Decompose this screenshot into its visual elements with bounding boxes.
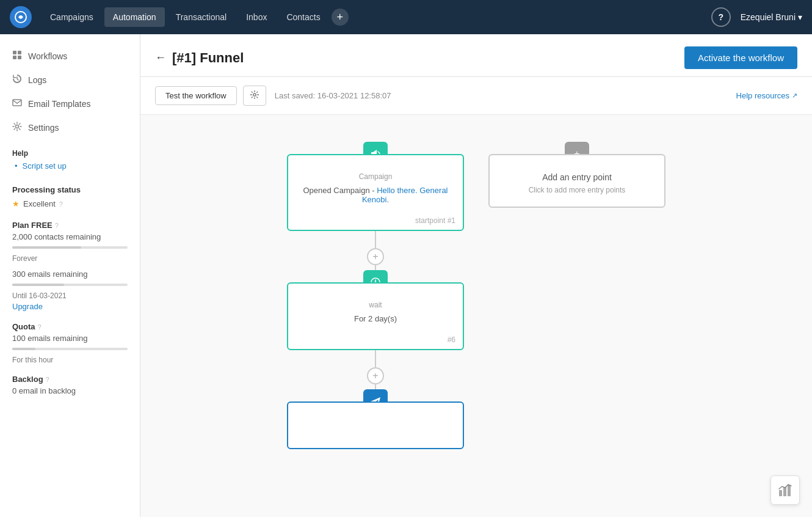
chart-icon xyxy=(778,483,792,497)
wait-node-desc: For 2 day(s) xyxy=(298,314,453,323)
svg-point-6 xyxy=(16,125,19,128)
emails-progress-bar xyxy=(12,284,128,286)
emails-remaining: 300 emails remaining xyxy=(0,268,140,281)
quota-emails: 100 emails remaining xyxy=(0,332,140,345)
quota-section-label: Quota xyxy=(12,322,35,331)
main-content: ← [#1] Funnel Activate the workflow Test… xyxy=(140,34,812,517)
help-resources-link[interactable]: Help resources ↗ xyxy=(736,91,797,100)
settings-icon xyxy=(12,122,22,133)
contacts-progress-bar xyxy=(12,246,128,249)
wait-node-footer: #6 xyxy=(288,333,463,349)
wait-node-body: wait For 2 day(s) xyxy=(288,284,463,333)
nav-campaigns[interactable]: Campaigns xyxy=(42,7,102,27)
entry-points-column: + Add an entry point Click to add more e… xyxy=(488,139,665,449)
add-entry-subtitle: Click to add more entry points xyxy=(499,186,654,194)
help-section-label: Help xyxy=(0,139,140,160)
page-title-row: ← [#1] Funnel xyxy=(155,50,244,66)
processing-status-value: ★ Excellent ? xyxy=(0,198,140,210)
workflow-settings-button[interactable] xyxy=(243,86,266,106)
backlog-section-label: Backlog xyxy=(12,375,43,384)
back-button[interactable]: ← xyxy=(155,51,166,64)
processing-status-section: Processing status xyxy=(0,175,140,198)
email-node-body xyxy=(288,403,463,448)
top-navigation: Campaigns Automation Transactional Inbox… xyxy=(0,0,812,34)
email-icon xyxy=(12,98,22,109)
svg-rect-11 xyxy=(783,487,786,496)
minimap-button[interactable] xyxy=(770,475,800,505)
nav-automation[interactable]: Automation xyxy=(104,7,165,27)
quota-progress-bar xyxy=(12,348,128,350)
toolbar: Test the workflow Last saved: 16-03-2021… xyxy=(140,77,812,115)
email-node-wrapper xyxy=(287,402,464,449)
add-step-button-1[interactable]: + xyxy=(367,248,384,265)
nav-transactional[interactable]: Transactional xyxy=(167,7,236,27)
add-step-button-2[interactable]: + xyxy=(367,367,384,384)
nav-contacts[interactable]: Contacts xyxy=(278,7,328,27)
svg-rect-12 xyxy=(788,485,791,496)
svg-rect-10 xyxy=(779,490,782,496)
gear-icon xyxy=(250,90,259,99)
workflow-nodes: Campaign Opened Campaign - Hello there. … xyxy=(159,133,794,449)
svg-rect-3 xyxy=(13,56,16,59)
sidebar-item-settings[interactable]: Settings xyxy=(0,116,140,139)
sidebar: Workflows Logs Email Templates xyxy=(0,34,140,517)
app-logo[interactable] xyxy=(10,6,32,28)
sidebar-item-workflows[interactable]: Workflows xyxy=(0,44,140,68)
sidebar-item-email-templates[interactable]: Email Templates xyxy=(0,92,140,116)
plan-help-icon[interactable]: ? xyxy=(55,222,59,229)
grid-icon xyxy=(12,50,22,62)
star-icon: ★ xyxy=(12,199,20,208)
forever-label: Forever xyxy=(0,254,140,263)
for-this-hour-label: For this hour xyxy=(0,355,140,365)
campaign-node-body: Campaign Opened Campaign - Hello there. … xyxy=(288,155,463,214)
campaign-node[interactable]: Campaign Opened Campaign - Hello there. … xyxy=(287,154,464,231)
add-button[interactable]: + xyxy=(332,9,349,26)
wait-node[interactable]: wait For 2 day(s) #6 xyxy=(287,282,464,350)
sidebar-item-logs[interactable]: Logs xyxy=(0,68,140,92)
plan-section-label: Plan FREE xyxy=(12,221,53,230)
backlog-value: 0 email in backlog xyxy=(0,385,140,398)
page-header: ← [#1] Funnel Activate the workflow xyxy=(140,34,812,77)
until-label: Until 16-03-2021 xyxy=(0,291,140,301)
user-menu[interactable]: Ezequiel Bruni ▾ xyxy=(741,12,802,22)
email-node[interactable] xyxy=(287,402,464,449)
workflow-canvas[interactable]: Campaign Opened Campaign - Hello there. … xyxy=(140,115,812,517)
page-title: [#1] Funnel xyxy=(172,50,244,66)
help-button[interactable]: ? xyxy=(711,7,731,27)
add-entry-node[interactable]: Add an entry point Click to add more ent… xyxy=(488,154,665,208)
wait-node-type: wait xyxy=(298,301,453,309)
campaign-node-type: Campaign xyxy=(298,172,453,181)
last-saved-text: Last saved: 16-03-2021 12:58:07 xyxy=(275,91,391,100)
svg-rect-1 xyxy=(13,51,16,54)
add-entry-wrapper: + Add an entry point Click to add more e… xyxy=(488,154,665,208)
contacts-remaining: 2,000 contacts remaining xyxy=(0,231,140,244)
add-entry-title: Add an entry point xyxy=(499,172,654,182)
campaign-node-wrapper: Campaign Opened Campaign - Hello there. … xyxy=(287,154,464,231)
script-setup-link[interactable]: Script set up xyxy=(0,160,140,175)
test-workflow-button[interactable]: Test the workflow xyxy=(155,86,237,105)
main-workflow-column: Campaign Opened Campaign - Hello there. … xyxy=(287,139,464,449)
upgrade-link[interactable]: Upgrade xyxy=(0,301,140,312)
quota-help-icon[interactable]: ? xyxy=(38,323,42,331)
processing-help-icon[interactable]: ? xyxy=(59,200,63,208)
connector-line-2 xyxy=(375,350,376,367)
logs-icon xyxy=(12,74,22,86)
connector-line-1 xyxy=(375,231,376,248)
activate-workflow-button[interactable]: Activate the workflow xyxy=(684,46,797,69)
campaign-node-footer: startpoint #1 xyxy=(288,214,463,230)
nav-inbox[interactable]: Inbox xyxy=(237,7,275,27)
add-entry-body: Add an entry point Click to add more ent… xyxy=(490,155,664,207)
wait-node-wrapper: wait For 2 day(s) #6 xyxy=(287,282,464,350)
backlog-help-icon[interactable]: ? xyxy=(46,376,49,383)
external-link-icon: ↗ xyxy=(792,92,797,100)
campaign-node-desc: Opened Campaign - Hello there. General K… xyxy=(298,186,453,204)
svg-rect-4 xyxy=(18,56,21,59)
svg-rect-5 xyxy=(13,100,21,106)
svg-rect-2 xyxy=(18,51,21,54)
svg-point-7 xyxy=(253,94,256,96)
